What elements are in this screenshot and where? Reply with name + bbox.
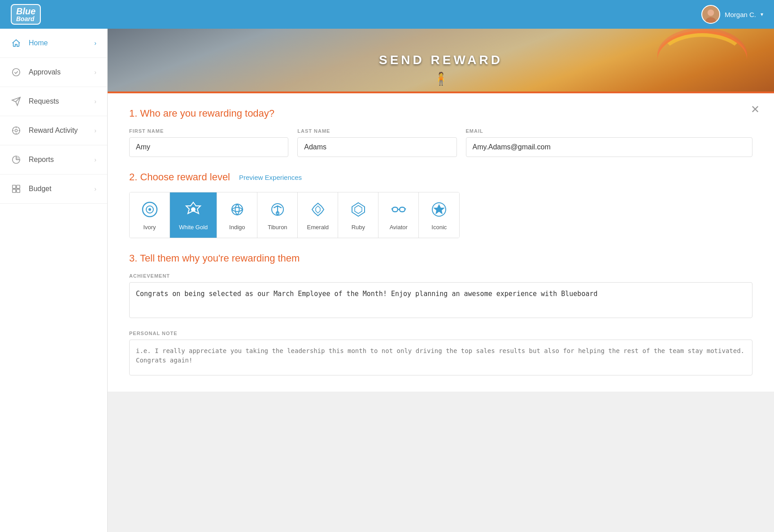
section1-title: 1. Who are you rewarding today? (129, 108, 752, 119)
ruby-icon (348, 200, 368, 219)
email-input[interactable] (466, 137, 752, 157)
reward-level-name-ruby: Ruby (352, 224, 365, 231)
sidebar-item-reports[interactable]: Reports › (0, 145, 107, 174)
chevron-right-icon: › (94, 69, 96, 76)
logo: Blue Board (11, 4, 41, 25)
logo-text: Blue Board (11, 4, 41, 25)
sidebar-item-reward-activity[interactable]: Reward Activity › (0, 116, 107, 145)
reward-levels: Ivory White Gold (129, 192, 460, 238)
svg-point-5 (15, 129, 17, 132)
svg-marker-25 (312, 203, 324, 216)
reward-level-ivory[interactable]: Ivory (130, 192, 170, 238)
svg-point-3 (13, 69, 20, 76)
sidebar-label-home: Home (29, 39, 48, 47)
avatar (701, 5, 720, 24)
svg-point-1 (708, 9, 714, 16)
personal-note-label: PERSONAL NOTE (129, 331, 752, 336)
tiburon-icon (268, 200, 287, 219)
svg-marker-35 (433, 204, 445, 214)
chevron-right-icon: › (94, 39, 96, 47)
hero-title: SEND REWARD (379, 53, 503, 67)
hero-figure: 🧍 (433, 71, 449, 86)
app-body: Home › Approvals › (0, 29, 774, 532)
reward-level-name-aviator: Aviator (390, 224, 408, 231)
reward-level-name-indigo: Indigo (229, 224, 245, 231)
sidebar: Home › Approvals › (0, 29, 108, 532)
first-name-input[interactable] (129, 137, 288, 157)
iconic-icon (429, 200, 449, 219)
emerald-icon (308, 200, 328, 219)
svg-point-22 (232, 204, 243, 215)
white-gold-icon (183, 200, 203, 219)
chevron-right-icon: › (94, 185, 96, 192)
achievement-label: ACHIEVEMENT (129, 273, 752, 279)
last-name-group: LAST NAME (297, 128, 457, 157)
reward-activity-icon (11, 125, 22, 136)
reward-level-name-white-gold: White Gold (179, 224, 208, 231)
reward-level-name-tiburon: Tiburon (268, 224, 287, 231)
svg-rect-29 (392, 207, 398, 212)
reward-level-indigo[interactable]: Indigo (217, 192, 257, 238)
header: Blue Board Morgan C. ▾ (0, 0, 774, 29)
svg-line-33 (405, 209, 406, 209)
sidebar-label-requests: Requests (29, 97, 59, 105)
reward-level-tiburon[interactable]: Tiburon (257, 192, 298, 238)
reward-level-emerald[interactable]: Emerald (298, 192, 338, 238)
home-icon (11, 38, 22, 48)
approvals-icon (11, 67, 22, 78)
last-name-label: LAST NAME (297, 128, 457, 134)
svg-marker-28 (355, 205, 362, 214)
reward-level-ruby[interactable]: Ruby (338, 192, 378, 238)
main-content: 🧍 SEND REWARD ✕ 1. Who are you rewarding… (108, 29, 774, 532)
reward-level-name-emerald: Emerald (307, 224, 329, 231)
reward-level-aviator[interactable]: Aviator (378, 192, 419, 238)
section2-header: 2. Choose reward level Preview Experienc… (129, 171, 752, 183)
sidebar-item-home[interactable]: Home › (0, 29, 107, 58)
reward-level-white-gold[interactable]: White Gold (170, 192, 217, 238)
user-menu[interactable]: Morgan C. ▾ (701, 5, 763, 24)
svg-point-21 (191, 207, 196, 212)
email-label: EMAIL (466, 128, 752, 134)
section3-title: 3. Tell them why you're rewarding them (129, 253, 752, 264)
svg-rect-30 (400, 207, 405, 212)
reports-icon (11, 154, 22, 165)
hero-banner: 🧍 SEND REWARD (108, 29, 774, 92)
svg-rect-15 (13, 189, 16, 192)
user-name: Morgan C. (725, 11, 756, 18)
svg-rect-14 (17, 185, 20, 188)
personal-note-textarea[interactable] (129, 340, 752, 375)
svg-point-19 (148, 208, 151, 211)
form-area: ✕ 1. Who are you rewarding today? FIRST … (108, 93, 774, 392)
preview-experiences-link[interactable]: Preview Experiences (239, 174, 302, 181)
close-button[interactable]: ✕ (751, 104, 760, 115)
svg-marker-26 (316, 206, 320, 213)
chevron-down-icon: ▾ (761, 11, 763, 17)
reward-level-name-iconic: Iconic (431, 224, 447, 231)
email-group: EMAIL (466, 128, 752, 157)
ivory-icon (140, 200, 160, 219)
budget-icon (11, 183, 22, 194)
form-row-names: FIRST NAME LAST NAME EMAIL (129, 128, 752, 157)
sidebar-item-requests[interactable]: Requests › (0, 87, 107, 116)
svg-rect-16 (17, 189, 20, 192)
sidebar-item-approvals[interactable]: Approvals › (0, 58, 107, 87)
chevron-right-icon: › (94, 127, 96, 134)
sidebar-label-reward-activity: Reward Activity (29, 126, 78, 135)
first-name-label: FIRST NAME (129, 128, 288, 134)
sidebar-label-budget: Budget (29, 185, 52, 193)
svg-rect-13 (13, 185, 16, 188)
sidebar-label-reports: Reports (29, 156, 54, 164)
requests-icon (11, 96, 22, 107)
last-name-input[interactable] (297, 137, 457, 157)
achievement-textarea[interactable]: Congrats on being selected as our March … (129, 282, 752, 318)
sidebar-item-budget[interactable]: Budget › (0, 174, 107, 204)
svg-marker-27 (352, 203, 365, 216)
chevron-right-icon: › (94, 156, 96, 163)
aviator-icon (389, 200, 409, 219)
reward-level-name-ivory: Ivory (143, 224, 156, 231)
reward-level-iconic[interactable]: Iconic (419, 192, 459, 238)
svg-line-32 (391, 209, 392, 209)
indigo-icon (227, 200, 247, 219)
first-name-group: FIRST NAME (129, 128, 288, 157)
chevron-right-icon: › (94, 98, 96, 105)
